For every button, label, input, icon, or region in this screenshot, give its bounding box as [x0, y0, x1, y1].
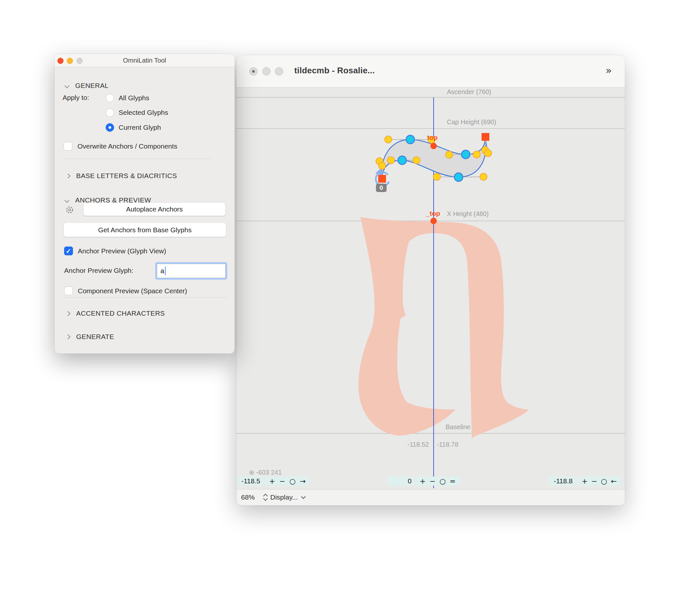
increment-button[interactable]: + — [582, 477, 587, 485]
metrics-key-button[interactable]: ○ — [290, 477, 296, 485]
get-anchors-button[interactable]: Get Anchors from Base Glyphs — [63, 223, 226, 237]
checkbox-unchecked-icon[interactable] — [64, 286, 73, 295]
panel-titlebar: OmniLatin Tool — [54, 54, 235, 67]
smooth-node — [398, 156, 406, 164]
active-dot — [252, 70, 255, 73]
anchor-preview-glyph-input[interactable]: a — [157, 264, 226, 278]
measurement-left: -118.52 — [407, 441, 428, 448]
increment-button[interactable]: + — [269, 477, 275, 485]
handle-node — [484, 150, 492, 157]
radio-label: Selected Glyphs — [119, 109, 168, 116]
glyph-canvas[interactable]: Ascender (760) Cap Height (690) X Height… — [236, 88, 625, 489]
section-generate[interactable]: GENERATE — [66, 333, 114, 341]
smooth-node — [462, 150, 470, 159]
metrics-key-button[interactable]: ○ — [601, 477, 607, 485]
corner-node[interactable] — [482, 133, 489, 141]
start-corner-node[interactable] — [378, 175, 386, 183]
anchor-under-top-label[interactable]: _top — [426, 209, 440, 218]
minimize-button[interactable] — [262, 67, 271, 76]
chevron-right-icon — [65, 334, 71, 339]
crosshair-icon: ⊕ — [249, 468, 254, 476]
section-base-letters[interactable]: BASE LETTERS & DIACRITICS — [66, 172, 177, 180]
field-value: a — [161, 267, 164, 275]
desktop: tildecmb - Rosalie... » — [0, 0, 700, 593]
gear-icon[interactable] — [64, 205, 75, 215]
radio-label: Current Glyph — [119, 124, 161, 131]
chevron-down-icon[interactable] — [301, 495, 306, 499]
handle-node — [473, 151, 480, 158]
checkbox-unchecked-icon[interactable] — [63, 142, 72, 151]
autoplace-anchors-button[interactable]: Autoplace Anchors — [83, 202, 226, 216]
section-label: GENERAL — [75, 82, 108, 89]
zoom-button[interactable] — [275, 67, 283, 76]
editor-statusbar: 68% Display... — [236, 489, 625, 505]
glyph-canvas-drawing — [236, 88, 625, 489]
glyph-field-label-row: Anchor Preview Glyph: — [64, 267, 134, 274]
measurement-right: -118.78 — [437, 441, 458, 448]
radio-selected-glyphs[interactable]: Selected Glyphs — [106, 108, 168, 117]
decrement-button[interactable]: − — [430, 477, 436, 485]
chevron-down-icon — [64, 198, 70, 203]
overwrite-checkbox-row[interactable]: Overwrite Anchors / Components — [63, 142, 177, 151]
handle-node — [385, 136, 392, 143]
smooth-node — [406, 135, 414, 144]
editor-tab-title[interactable]: tildecmb - Rosalie... — [294, 66, 375, 76]
handle-node — [413, 157, 420, 164]
text-caret — [165, 267, 166, 275]
right-sidebearing-buttons: + − ○ ← — [578, 477, 621, 486]
preview-glyph-a — [358, 217, 529, 439]
radio-icon[interactable] — [106, 94, 114, 102]
x-height-label: X Height (480) — [447, 210, 489, 218]
section-accented-characters[interactable]: ACCENTED CHARACTERS — [66, 310, 165, 317]
smooth-node — [454, 173, 463, 181]
radio-current-glyph[interactable]: Current Glyph — [106, 123, 161, 132]
checkbox-checked-icon[interactable]: ✓ — [64, 246, 73, 255]
component-preview-checkbox-row[interactable]: Component Preview (Space Center) — [64, 286, 187, 295]
apply-to-label-row: Apply to: — [62, 94, 89, 102]
checkbox-label: Anchor Preview (Glyph View) — [78, 247, 166, 255]
pointer-readout-value: -603 241 — [256, 469, 281, 476]
glyph-field-focus-ring: a — [155, 262, 227, 280]
zoom-level[interactable]: 68% — [241, 493, 255, 501]
checkbox-label: Overwrite Anchors / Components — [78, 143, 177, 150]
decrement-button[interactable]: − — [591, 477, 597, 485]
display-menu[interactable]: Display... — [270, 493, 298, 501]
section-label: GENERATE — [76, 333, 114, 341]
radio-selected-icon[interactable] — [106, 123, 114, 132]
radio-all-glyphs[interactable]: All Glyphs — [106, 94, 149, 102]
equals-button[interactable]: = — [449, 477, 455, 485]
anchor-top-label[interactable]: top — [427, 134, 438, 142]
section-label: BASE LETTERS & DIACRITICS — [76, 172, 177, 180]
section-label: ACCENTED CHARACTERS — [76, 310, 165, 317]
checkbox-label: Component Preview (Space Center) — [78, 287, 187, 295]
expand-tabs-icon[interactable]: » — [605, 64, 612, 77]
metrics-key-button[interactable]: ○ — [439, 477, 446, 485]
close-button[interactable] — [249, 67, 258, 76]
handle-node — [379, 162, 386, 169]
right-sidebearing-value[interactable]: -118.8 — [549, 477, 575, 486]
anchor-preview-checkbox-row[interactable]: ✓ Anchor Preview (Glyph View) — [64, 246, 166, 255]
arrow-right-button[interactable]: → — [300, 477, 306, 485]
pointer-coordinates: ⊕ -603 241 — [249, 468, 281, 476]
anchor-top-dot[interactable] — [430, 143, 437, 149]
baseline-label: Baseline — [446, 423, 471, 431]
handle-node — [387, 157, 394, 164]
handle-node — [480, 173, 487, 181]
chevron-right-icon — [65, 311, 71, 316]
increment-button[interactable]: + — [420, 477, 426, 485]
handle-node — [433, 173, 440, 181]
radio-label: All Glyphs — [119, 94, 149, 102]
zoom-stepper-icon[interactable] — [264, 495, 267, 500]
width-buttons: + − ○ = — [416, 477, 460, 486]
width-value[interactable]: 0 — [387, 477, 414, 486]
left-sidebearing-value[interactable]: -118.5 — [237, 477, 263, 486]
panel-title: OmniLatin Tool — [54, 57, 235, 64]
section-general[interactable]: GENERAL — [65, 82, 108, 89]
arrow-left-button[interactable]: ← — [611, 477, 617, 485]
divider — [63, 159, 211, 159]
decrement-button[interactable]: − — [279, 477, 285, 485]
cap-height-label: Cap Height (690) — [447, 118, 496, 126]
radio-icon[interactable] — [106, 108, 114, 117]
ascender-label: Ascender (760) — [447, 88, 491, 96]
anchor-under-top-dot[interactable] — [430, 218, 437, 224]
